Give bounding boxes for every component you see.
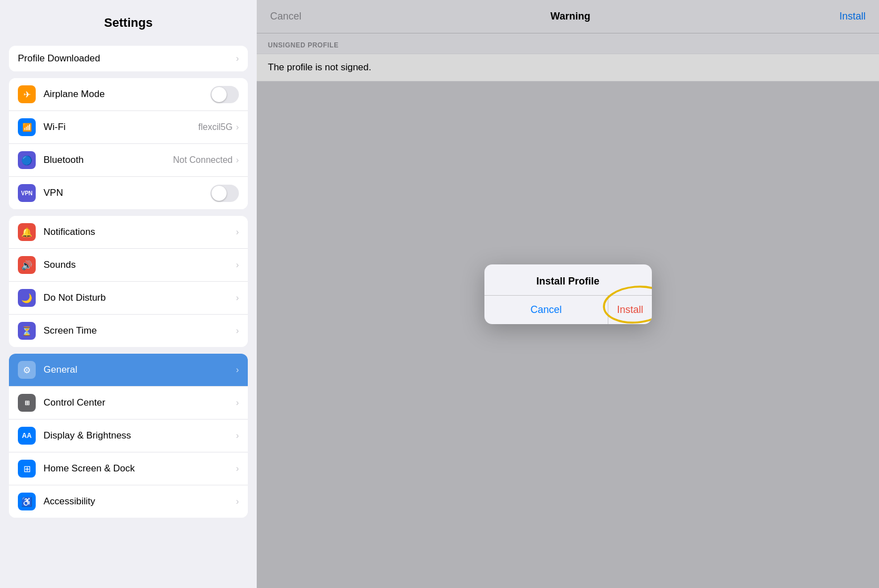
sidebar-item-accessibility[interactable]: ♿ Accessibility › — [9, 485, 248, 518]
wifi-chevron: › — [236, 122, 239, 132]
sounds-chevron: › — [236, 260, 239, 270]
modal-cancel-button[interactable]: Cancel — [484, 296, 609, 324]
screen-time-icon: ⏳ — [18, 322, 36, 340]
wifi-value: flexcil5G — [198, 122, 232, 132]
modal-install-button[interactable]: Install — [608, 296, 651, 324]
bluetooth-value: Not Connected — [173, 155, 233, 165]
network-section: ✈ Airplane Mode 📶 Wi-Fi flexcil5G › 🔵 Bl… — [9, 78, 248, 209]
home-screen-chevron: › — [236, 464, 239, 474]
vpn-label: VPN — [44, 187, 210, 199]
sidebar-item-home-screen[interactable]: ⊞ Home Screen & Dock › — [9, 452, 248, 485]
airplane-mode-toggle[interactable] — [210, 86, 239, 103]
modal-title: Install Profile — [484, 264, 652, 295]
modal-container: Install Profile Cancel Install — [484, 264, 652, 324]
profile-downloaded-section: Profile Downloaded › — [9, 46, 248, 71]
screen-time-chevron: › — [236, 326, 239, 336]
system-section: ⚙ General › ⊞ Control Center › AA Displa… — [9, 354, 248, 518]
sidebar-item-sounds[interactable]: 🔊 Sounds › — [9, 249, 248, 282]
accessibility-chevron: › — [236, 497, 239, 507]
notifications-icon: 🔔 — [18, 223, 36, 241]
sidebar-item-display-brightness[interactable]: AA Display & Brightness › — [9, 420, 248, 452]
display-brightness-icon: AA — [18, 427, 36, 445]
install-circle-annotation: Install — [608, 296, 651, 324]
screen-time-label: Screen Time — [44, 325, 236, 336]
control-center-label: Control Center — [44, 397, 236, 408]
general-icon: ⚙ — [18, 361, 36, 379]
profile-downloaded-label: Profile Downloaded — [18, 53, 236, 64]
bluetooth-label: Bluetooth — [44, 155, 173, 166]
display-brightness-chevron: › — [236, 431, 239, 441]
display-brightness-label: Display & Brightness — [44, 430, 236, 441]
profile-downloaded-chevron: › — [236, 54, 239, 64]
modal-buttons: Cancel Install — [484, 295, 652, 324]
sidebar-item-airplane-mode[interactable]: ✈ Airplane Mode — [9, 78, 248, 111]
sidebar-item-do-not-disturb[interactable]: 🌙 Do Not Disturb › — [9, 282, 248, 315]
vpn-toggle[interactable] — [210, 185, 239, 202]
sidebar-item-control-center[interactable]: ⊞ Control Center › — [9, 387, 248, 420]
notifications-chevron: › — [236, 227, 239, 237]
sidebar-item-screen-time[interactable]: ⏳ Screen Time › — [9, 315, 248, 347]
bluetooth-chevron: › — [236, 155, 239, 165]
accessibility-icon: ♿ — [18, 493, 36, 510]
do-not-disturb-label: Do Not Disturb — [44, 292, 236, 303]
wifi-icon: 📶 — [18, 118, 36, 136]
accessibility-label: Accessibility — [44, 496, 236, 507]
airplane-mode-icon: ✈ — [18, 85, 36, 103]
sounds-label: Sounds — [44, 259, 236, 271]
sidebar-item-bluetooth[interactable]: 🔵 Bluetooth Not Connected › — [9, 144, 248, 177]
sidebar-item-general[interactable]: ⚙ General › — [9, 354, 248, 387]
sidebar-item-notifications[interactable]: 🔔 Notifications › — [9, 216, 248, 249]
do-not-disturb-icon: 🌙 — [18, 289, 36, 307]
do-not-disturb-chevron: › — [236, 293, 239, 303]
sounds-icon: 🔊 — [18, 256, 36, 274]
main-panel: Cancel Warning Install UNSIGNED PROFILE … — [257, 0, 879, 588]
control-center-chevron: › — [236, 398, 239, 408]
home-screen-label: Home Screen & Dock — [44, 463, 236, 474]
airplane-mode-label: Airplane Mode — [44, 89, 210, 100]
general-chevron: › — [236, 365, 239, 375]
notifications-label: Notifications — [44, 226, 236, 238]
sidebar-item-wifi[interactable]: 📶 Wi-Fi flexcil5G › — [9, 111, 248, 144]
bluetooth-icon: 🔵 — [18, 151, 36, 169]
sidebar: Settings Profile Downloaded › ✈ Airplane… — [0, 0, 257, 588]
profile-downloaded-item[interactable]: Profile Downloaded › — [9, 46, 248, 71]
sidebar-header: Settings — [0, 0, 257, 39]
general-label: General — [44, 364, 236, 375]
modal-overlay: Install Profile Cancel Install — [257, 0, 879, 588]
wifi-label: Wi-Fi — [44, 122, 198, 133]
sidebar-item-vpn[interactable]: VPN VPN — [9, 177, 248, 209]
sidebar-title: Settings — [11, 16, 246, 30]
apps-section: 🔔 Notifications › 🔊 Sounds › 🌙 Do Not Di… — [9, 216, 248, 347]
home-screen-icon: ⊞ — [18, 460, 36, 478]
control-center-icon: ⊞ — [18, 394, 36, 412]
vpn-icon: VPN — [18, 184, 36, 202]
install-profile-modal: Install Profile Cancel Install — [484, 264, 652, 324]
